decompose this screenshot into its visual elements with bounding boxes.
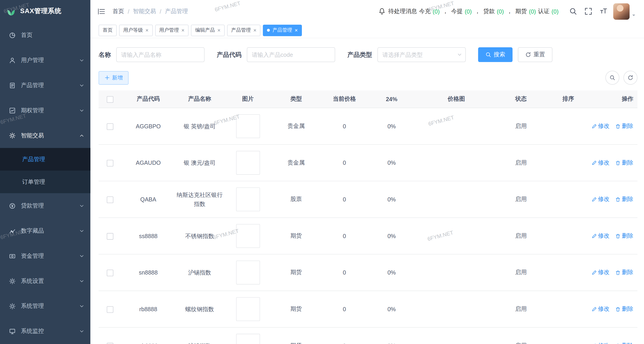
sidebar-item-options[interactable]: 期权管理 (0, 98, 90, 123)
product-image (236, 261, 260, 284)
cell-type: 期货 (272, 218, 321, 254)
table-row: pb8888 沪铅指数 期货 0 0% 启用 修改 删除 (98, 327, 638, 344)
product-image (236, 114, 260, 138)
sidebar-item-loans[interactable]: 贷款管理 (0, 193, 90, 218)
sidebar-item-digital-collection[interactable]: 数字藏品 (0, 218, 90, 243)
delete-link[interactable]: 删除 (615, 159, 633, 167)
row-checkbox[interactable] (107, 123, 113, 130)
close-icon[interactable]: × (253, 28, 256, 33)
code-input[interactable] (247, 47, 335, 62)
search-icon[interactable] (569, 8, 577, 16)
notice-item-label: 贷款 (483, 8, 495, 15)
tab-home[interactable]: 首页 (98, 25, 117, 36)
add-button[interactable]: 新增 (98, 71, 129, 84)
banknote-icon (9, 253, 16, 259)
row-checkbox[interactable] (107, 306, 113, 313)
cell-code: AGAUDO (122, 144, 175, 181)
delete-link[interactable]: 删除 (615, 196, 633, 203)
sidebar-item-monitor[interactable]: 系统监控 (0, 319, 90, 344)
cell-price-chart (415, 291, 497, 327)
edit-link[interactable]: 修改 (592, 269, 610, 276)
sidebar-item-home[interactable]: 首页 (0, 23, 90, 48)
cell-status: 启用 (498, 108, 545, 145)
sidebar-menu: 首页 用户管理 产品管理 期权管理 智能交易 (0, 23, 90, 344)
reset-button[interactable]: 重置 (518, 47, 552, 62)
select-all-checkbox[interactable] (107, 96, 113, 103)
tab-label: 用户等级 (123, 27, 143, 34)
breadcrumb-smart-trade[interactable]: 智能交易 (133, 8, 156, 15)
close-icon[interactable]: × (217, 28, 220, 33)
caret-down-icon[interactable] (632, 13, 636, 17)
delete-link[interactable]: 删除 (615, 232, 633, 240)
sidebar-item-settings[interactable]: 系统设置 (0, 268, 90, 293)
app-window: SAX管理系统 首页 用户管理 产品管理 期权管理 (0, 0, 644, 344)
tab-product-management-active[interactable]: 产品管理 × (263, 25, 302, 36)
sidebar-item-smart-trade[interactable]: 智能交易 (0, 123, 90, 148)
avatar[interactable] (613, 3, 630, 20)
sidebar-subitem-product-management[interactable]: 产品管理 (0, 148, 90, 171)
sidebar-item-funds[interactable]: 资金管理 (0, 243, 90, 268)
code-filter-label: 产品代码 (217, 51, 242, 59)
tab-product-management[interactable]: 产品管理 × (227, 25, 260, 36)
edit-link[interactable]: 修改 (592, 122, 610, 130)
tab-user-level[interactable]: 用户等级 × (119, 25, 153, 36)
dashboard-icon (9, 32, 16, 39)
edit-link[interactable]: 修改 (592, 342, 610, 344)
search-button[interactable]: 搜索 (478, 47, 512, 62)
edit-link[interactable]: 修改 (592, 159, 610, 167)
toggle-search-button[interactable] (605, 71, 619, 85)
delete-label: 删除 (622, 232, 633, 240)
sidebar-item-system[interactable]: 系统管理 (0, 293, 90, 319)
table-row: rb8888 螺纹钢指数 期货 0 0% 启用 修改 删除 (98, 291, 638, 327)
cell-name: 不锈钢指数 (175, 218, 224, 254)
tab-edit-product[interactable]: 编辑产品 × (191, 25, 224, 36)
cell-price: 0 (321, 144, 368, 181)
breadcrumb-home[interactable]: 首页 (112, 8, 124, 15)
refresh-table-button[interactable] (624, 71, 638, 85)
type-filter (378, 47, 466, 62)
table-body: AGGBPO 银 英镑/盎司 贵金属 0 0% 启用 修改 删除 (98, 108, 638, 344)
close-icon[interactable]: × (295, 28, 298, 33)
tab-label: 产品管理 (272, 27, 292, 34)
hamburger-icon[interactable] (98, 8, 105, 15)
sidebar-subitem-order-management[interactable]: 订单管理 (0, 171, 90, 193)
row-checkbox[interactable] (107, 196, 113, 203)
font-size-icon[interactable] (600, 8, 608, 16)
cell-price-chart (415, 144, 497, 181)
cell-status: 启用 (498, 218, 545, 254)
page-content: 名称 产品代码 产品类型 搜索 重 (90, 38, 644, 344)
edit-label: 修改 (598, 305, 610, 313)
cell-change: 0% (368, 144, 415, 181)
cell-status: 启用 (498, 327, 545, 344)
row-checkbox[interactable] (107, 233, 113, 239)
refresh-icon (525, 52, 531, 58)
row-checkbox[interactable] (107, 343, 113, 344)
edit-link[interactable]: 修改 (592, 196, 610, 203)
tab-user-management[interactable]: 用户管理 × (155, 25, 188, 36)
cell-price-chart (415, 327, 497, 344)
close-icon[interactable]: × (181, 28, 184, 33)
close-icon[interactable]: × (146, 28, 148, 33)
type-select[interactable] (378, 47, 466, 62)
cell-price: 0 (321, 291, 368, 327)
row-checkbox[interactable] (107, 269, 113, 276)
delete-link[interactable]: 删除 (615, 269, 633, 276)
product-image (236, 297, 260, 321)
sidebar-item-products[interactable]: 产品管理 (0, 73, 90, 98)
edit-label: 修改 (598, 269, 610, 276)
delete-link[interactable]: 删除 (615, 342, 633, 344)
name-input[interactable] (116, 47, 205, 62)
delete-link[interactable]: 删除 (615, 122, 633, 130)
cell-type: 贵金属 (272, 144, 321, 181)
row-checkbox[interactable] (107, 160, 113, 166)
sidebar-item-users[interactable]: 用户管理 (0, 48, 90, 73)
delete-link[interactable]: 删除 (615, 305, 633, 313)
edit-link[interactable]: 修改 (592, 305, 610, 313)
chevron-down-icon (79, 108, 84, 113)
chevron-down-icon (79, 203, 84, 208)
trash-icon (615, 124, 621, 129)
edit-link[interactable]: 修改 (592, 232, 610, 240)
bell-icon[interactable] (379, 8, 385, 15)
cell-type: 期货 (272, 291, 321, 327)
fullscreen-icon[interactable] (584, 8, 592, 16)
